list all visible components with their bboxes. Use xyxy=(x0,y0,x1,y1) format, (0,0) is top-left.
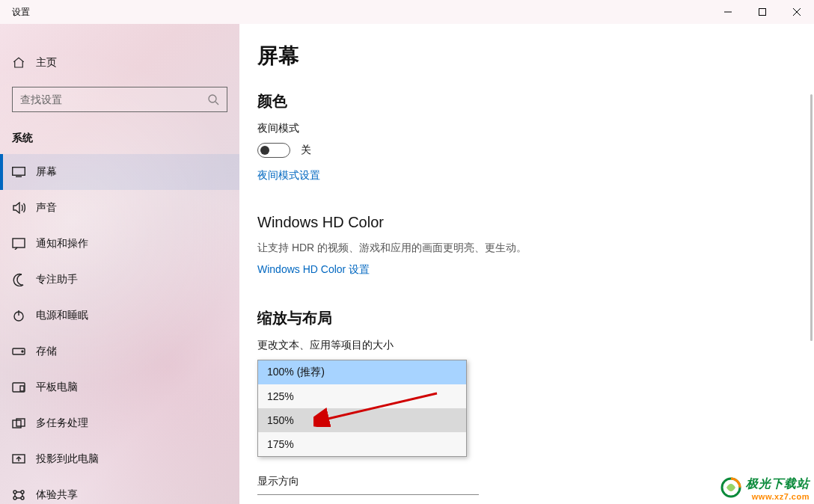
home-icon xyxy=(12,56,25,70)
sidebar-item-sound[interactable]: 声音 xyxy=(0,190,239,226)
night-mode-settings-link[interactable]: 夜间模式设置 xyxy=(257,169,320,182)
focus-icon xyxy=(12,273,25,286)
svg-point-21 xyxy=(13,497,16,500)
sidebar-item-power[interactable]: 电源和睡眠 xyxy=(0,298,239,334)
sidebar-item-storage[interactable]: 存储 xyxy=(0,334,239,369)
sidebar-item-notifications[interactable]: 通知和操作 xyxy=(0,226,239,262)
svg-rect-1 xyxy=(759,9,766,16)
sidebar-item-label: 电源和睡眠 xyxy=(36,309,88,322)
sidebar: 主页 系统 屏幕 声音 通知和操作 专注助手 xyxy=(0,24,239,504)
minimize-button[interactable] xyxy=(711,0,745,24)
sidebar-item-label: 存储 xyxy=(36,345,57,358)
scale-option-100[interactable]: 100% (推荐) xyxy=(258,360,466,384)
svg-point-20 xyxy=(21,491,24,494)
scrollbar[interactable] xyxy=(810,94,813,341)
night-mode-toggle[interactable] xyxy=(257,143,290,158)
scale-dropdown[interactable]: 100% (推荐) 125% 150% 175% xyxy=(257,360,467,458)
sidebar-item-tablet[interactable]: 平板电脑 xyxy=(0,369,239,405)
scale-option-150[interactable]: 150% xyxy=(258,408,466,432)
night-mode-state: 关 xyxy=(301,144,311,157)
svg-point-12 xyxy=(22,351,23,352)
home-label: 主页 xyxy=(36,56,57,70)
power-icon xyxy=(12,310,25,322)
window-title: 设置 xyxy=(0,6,30,19)
sidebar-item-label: 多任务处理 xyxy=(36,417,88,430)
scale-option-175[interactable]: 175% xyxy=(258,432,466,456)
svg-rect-14 xyxy=(20,386,24,391)
category-header: 系统 xyxy=(0,126,239,154)
orientation-label: 显示方向 xyxy=(257,475,814,488)
svg-point-22 xyxy=(21,497,24,500)
sidebar-item-label: 投影到此电脑 xyxy=(36,452,99,466)
notification-icon xyxy=(12,238,25,250)
sidebar-item-label: 专注助手 xyxy=(36,273,78,286)
scale-size-label: 更改文本、应用等项目的大小 xyxy=(257,339,814,352)
section-hd-heading: Windows HD Color xyxy=(257,214,814,231)
section-color-heading: 颜色 xyxy=(257,91,814,111)
sidebar-item-label: 屏幕 xyxy=(36,165,57,179)
sidebar-item-share[interactable]: 体验共享 xyxy=(0,477,239,504)
svg-point-19 xyxy=(13,491,16,494)
search-icon xyxy=(207,93,219,105)
main-content: 屏幕 颜色 夜间模式 关 夜间模式设置 Windows HD Color 让支持… xyxy=(239,24,814,504)
sidebar-item-label: 声音 xyxy=(36,201,57,215)
project-icon xyxy=(12,454,25,464)
tablet-icon xyxy=(12,382,25,393)
section-scale-heading: 缩放与布局 xyxy=(257,308,814,328)
sound-icon xyxy=(12,202,25,214)
titlebar: 设置 xyxy=(0,0,814,24)
sidebar-item-project[interactable]: 投影到此电脑 xyxy=(0,441,239,477)
sidebar-item-label: 体验共享 xyxy=(36,488,78,502)
maximize-button[interactable] xyxy=(745,0,780,24)
storage-icon xyxy=(12,348,25,355)
multitask-icon xyxy=(12,418,25,428)
svg-line-5 xyxy=(215,102,218,105)
sidebar-item-focus[interactable]: 专注助手 xyxy=(0,262,239,298)
scale-option-125[interactable]: 125% xyxy=(258,384,466,408)
night-mode-label: 夜间模式 xyxy=(257,122,814,135)
sidebar-item-multitask[interactable]: 多任务处理 xyxy=(0,405,239,441)
svg-rect-13 xyxy=(13,383,25,392)
orientation-dropdown[interactable] xyxy=(257,494,479,497)
sidebar-item-label: 平板电脑 xyxy=(36,381,78,394)
sidebar-item-display[interactable]: 屏幕 xyxy=(0,154,239,190)
scale-dropdown-list: 100% (推荐) 125% 150% 175% xyxy=(257,360,467,457)
home-link[interactable]: 主页 xyxy=(0,48,239,78)
display-icon xyxy=(12,167,25,177)
share-icon xyxy=(12,489,25,501)
svg-rect-6 xyxy=(13,168,25,176)
svg-point-4 xyxy=(209,95,216,102)
hd-description: 让支持 HDR 的视频、游戏和应用的画面更明亮、更生动。 xyxy=(257,242,814,255)
search-box[interactable] xyxy=(12,87,227,112)
search-input[interactable] xyxy=(20,93,207,105)
hd-settings-link[interactable]: Windows HD Color 设置 xyxy=(257,263,370,277)
page-title: 屏幕 xyxy=(257,42,814,70)
sidebar-item-label: 通知和操作 xyxy=(36,237,88,251)
svg-rect-8 xyxy=(13,239,25,248)
close-button[interactable] xyxy=(780,0,814,24)
